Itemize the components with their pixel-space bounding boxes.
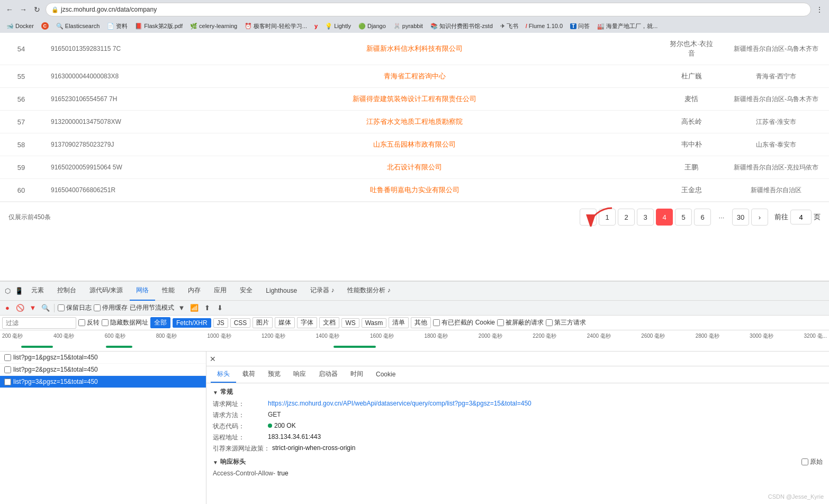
row-company[interactable]: 新疆新水科信水利科技有限公司 — [169, 33, 660, 65]
hide-data-url-checkbox[interactable]: 隐藏数据网址 — [102, 318, 148, 327]
bookmark-y[interactable]: y — [311, 22, 321, 30]
preserve-log-checkbox[interactable]: 保留日志 — [58, 303, 92, 312]
row-company[interactable]: 吐鲁番明嘉电力实业有限公司 — [169, 179, 660, 202]
search-icon[interactable]: 🔍 — [40, 303, 51, 313]
third-party-input[interactable] — [546, 319, 553, 326]
filter-input[interactable] — [2, 317, 76, 329]
network-item-3[interactable]: list?pg=3&pgsz=15&total=450 — [0, 376, 206, 388]
disable-cache-checkbox[interactable]: 停用缓存 — [94, 303, 128, 312]
preserve-log-input[interactable] — [58, 304, 65, 311]
bookmark-flask[interactable]: 📕 Flask第2版.pdf — [132, 21, 186, 31]
filter-icon[interactable]: ▼ — [28, 303, 38, 313]
filter-ws-button[interactable]: WS — [341, 318, 359, 328]
reverse-input[interactable] — [78, 319, 85, 326]
bookmark-zstd[interactable]: 📚 知识付费图书馆-zstd — [427, 21, 496, 31]
upload-icon[interactable]: ⬆ — [202, 303, 212, 313]
tab-memory[interactable]: 内存 — [182, 282, 207, 301]
next-page-button[interactable]: › — [751, 209, 768, 226]
filter-img-button[interactable]: 图片 — [253, 317, 273, 328]
bookmark-elasticsearch[interactable]: 🔍 Elasticsearch — [53, 22, 103, 31]
tab-application[interactable]: 应用 — [208, 282, 233, 301]
bookmark-factory[interactable]: 🏭 海量产地工厂，就... — [594, 21, 661, 31]
address-bar[interactable]: 🔒 jzsc.mohurd.gov.cn/data/company — [46, 3, 811, 16]
bookmark-docker[interactable]: 🐋 Docker — [3, 22, 37, 31]
tab-network[interactable]: 网络 — [130, 282, 155, 301]
raw-checkbox[interactable] — [801, 458, 808, 465]
detail-tab-headers[interactable]: 标头 — [211, 366, 236, 383]
filter-doc-button[interactable]: 文档 — [319, 317, 339, 328]
page-5-button[interactable]: 5 — [675, 209, 692, 226]
raw-checkbox-label[interactable]: 原始 — [801, 457, 823, 466]
detail-tab-payload[interactable]: 载荷 — [236, 366, 262, 383]
clear-icon[interactable]: 🚫 — [15, 303, 25, 313]
page-30-button[interactable]: 30 — [732, 209, 749, 226]
page-3-button[interactable]: 3 — [637, 209, 654, 226]
bookmark-feishu[interactable]: ✈ 飞书 — [497, 21, 521, 31]
filter-manifest-button[interactable]: 清单 — [389, 317, 409, 328]
bookmark-django[interactable]: 🟢 Django — [355, 22, 389, 31]
filter-css-button[interactable]: CSS — [230, 318, 251, 328]
wifi-icon[interactable]: 📶 — [189, 303, 200, 313]
detail-tab-cookies[interactable]: Cookie — [370, 366, 402, 383]
inspect-icon[interactable]: ⬡ — [2, 286, 13, 296]
bookmark-pyrabbit[interactable]: 🐰 pyrabbit — [390, 22, 426, 31]
bookmark-lightly[interactable]: 💡 Lightly — [322, 22, 354, 31]
tab-elements[interactable]: 元素 — [25, 282, 50, 301]
filter-font-button[interactable]: 字体 — [297, 317, 317, 328]
blocked-cookies-input[interactable] — [433, 319, 440, 326]
filter-js-button[interactable]: JS — [213, 318, 228, 328]
tab-recorder[interactable]: 记录器 ♪ — [304, 282, 340, 301]
row-company[interactable]: 新疆得壹建筑装饰设计工程有限责任公司 — [169, 88, 660, 111]
row-company[interactable]: 江苏省水文地质工程地质勘察院 — [169, 111, 660, 133]
page-4-button[interactable]: 4 — [656, 209, 673, 226]
network-item-2-checkbox[interactable] — [4, 366, 11, 373]
bookmark-c[interactable]: C — [38, 21, 52, 31]
disable-cache-input[interactable] — [94, 304, 101, 311]
bookmark-geek[interactable]: ⏰ 极客时间-轻松学习... — [241, 21, 310, 31]
row-company[interactable]: 北石设计有限公司 — [169, 156, 660, 179]
network-item-1-checkbox[interactable] — [4, 354, 11, 361]
tab-lighthouse[interactable]: Lighthouse — [259, 282, 303, 301]
blocked-requests-checkbox[interactable]: 被屏蔽的请求 — [497, 318, 544, 327]
goto-input[interactable] — [790, 210, 812, 224]
filter-wasm-button[interactable]: Wasm — [362, 318, 387, 328]
device-icon[interactable]: 📱 — [14, 286, 24, 296]
bookmark-qa[interactable]: T 问答 — [567, 21, 593, 31]
page-6-button[interactable]: 6 — [694, 209, 711, 226]
filter-other-button[interactable]: 其他 — [411, 317, 431, 328]
row-company[interactable]: 青海省工程咨询中心 — [169, 65, 660, 88]
tab-console[interactable]: 控制台 — [51, 282, 83, 301]
tab-sources[interactable]: 源代码/来源 — [83, 282, 129, 301]
bookmark-materials[interactable]: 📄 资料 — [104, 21, 131, 31]
hide-data-url-input[interactable] — [102, 319, 109, 326]
reverse-checkbox[interactable]: 反转 — [78, 318, 100, 327]
filter-all-button[interactable]: 全部 — [150, 317, 170, 328]
tab-security[interactable]: 安全 — [233, 282, 259, 301]
close-detail-button[interactable]: ✕ — [210, 355, 216, 363]
throttle-dropdown-icon[interactable]: ▼ — [176, 303, 187, 313]
detail-tab-initiator[interactable]: 启动器 — [312, 366, 344, 383]
response-headers-toggle[interactable] — [213, 458, 218, 466]
detail-tab-response[interactable]: 响应 — [287, 366, 312, 383]
network-item-3-checkbox[interactable] — [4, 379, 11, 385]
record-icon[interactable]: ● — [2, 303, 13, 313]
tab-performance[interactable]: 性能 — [156, 282, 181, 301]
back-button[interactable]: ← — [4, 4, 15, 15]
download-icon[interactable]: ⬇ — [214, 303, 225, 313]
filter-media-button[interactable]: 媒体 — [275, 317, 295, 328]
network-item-1[interactable]: list?pg=1&pgsz=15&total=450 — [0, 352, 206, 364]
row-company[interactable]: 山东五岳园林市政有限公司 — [169, 133, 660, 156]
bookmark-celery[interactable]: 🌿 celery-learning — [187, 22, 240, 31]
blocked-requests-input[interactable] — [497, 319, 504, 326]
refresh-button[interactable]: ↻ — [32, 4, 42, 15]
detail-tab-timing[interactable]: 时间 — [344, 366, 370, 383]
extensions-button[interactable]: ⋮ — [814, 4, 825, 15]
third-party-checkbox[interactable]: 第三方请求 — [546, 318, 586, 327]
detail-tab-preview[interactable]: 预览 — [262, 366, 287, 383]
network-item-2[interactable]: list?pg=2&pgsz=15&total=450 — [0, 364, 206, 376]
forward-button[interactable]: → — [18, 4, 29, 15]
tab-perf-insights[interactable]: 性能数据分析 ♪ — [341, 282, 397, 301]
bookmark-flume[interactable]: / Flume 1.10.0 — [522, 22, 566, 30]
general-toggle[interactable] — [213, 389, 218, 396]
page-2-button[interactable]: 2 — [618, 209, 635, 226]
